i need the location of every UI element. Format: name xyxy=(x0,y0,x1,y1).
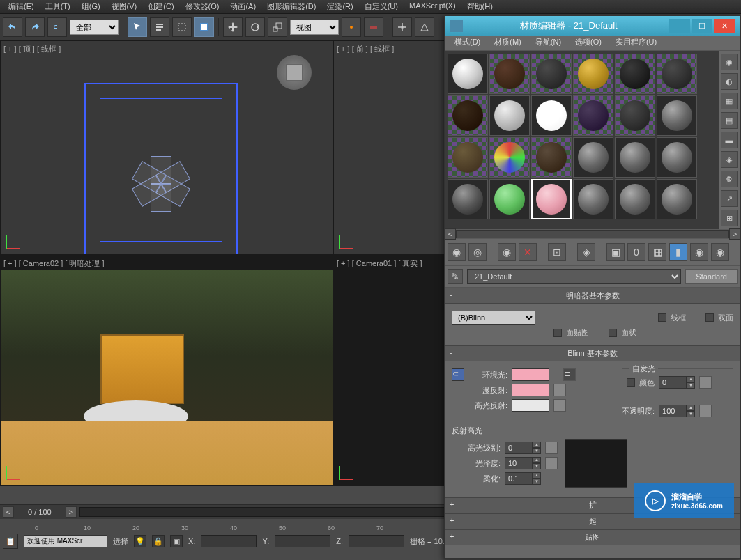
material-slot[interactable] xyxy=(489,137,530,178)
put-to-library-button[interactable]: ▣ xyxy=(606,243,625,261)
script-listener-button[interactable]: 📋 xyxy=(3,534,18,549)
select-by-material-button[interactable]: ↗ xyxy=(721,190,738,207)
viewcube[interactable] xyxy=(277,55,312,90)
make-preview-button[interactable]: ◈ xyxy=(721,151,738,168)
selfillum-map-button[interactable] xyxy=(699,376,712,389)
material-slot[interactable] xyxy=(615,54,655,94)
material-slot[interactable] xyxy=(573,137,613,178)
get-material-button[interactable]: ◉ xyxy=(448,243,466,261)
menu-customize[interactable]: 自定义(U) xyxy=(359,0,404,13)
material-slot[interactable] xyxy=(448,179,488,219)
material-slot[interactable] xyxy=(573,54,613,94)
move-button[interactable] xyxy=(223,17,243,37)
wireframe-checkbox[interactable] xyxy=(658,313,666,322)
isolate-button[interactable]: ▣ xyxy=(170,535,183,547)
video-check-button[interactable]: ▬ xyxy=(721,132,738,148)
select-by-name-button[interactable] xyxy=(150,17,169,37)
spinner-down[interactable]: ▼ xyxy=(533,479,541,485)
specular-level-input[interactable] xyxy=(505,442,533,454)
menu-rendering[interactable]: 渲染(R) xyxy=(321,0,358,13)
show-end-result-button[interactable]: ▮ xyxy=(669,243,687,261)
spinner-up[interactable]: ▲ xyxy=(533,472,541,479)
selfillum-value-input[interactable] xyxy=(659,376,687,389)
time-next-button[interactable]: > xyxy=(66,506,77,518)
spinner-up[interactable]: ▲ xyxy=(533,442,541,448)
mat-menu-utilities[interactable]: 实用程序(U) xyxy=(609,36,664,50)
mat-menu-modes[interactable]: 模式(D) xyxy=(448,36,487,50)
mat-menu-navigation[interactable]: 导航(N) xyxy=(528,36,568,50)
window-crossing-button[interactable] xyxy=(194,17,214,37)
viewport-camera01-label[interactable]: [ + ] [ Camera01 ] [ 真实 ] xyxy=(337,258,422,269)
material-slot[interactable] xyxy=(573,179,613,219)
spinner-down[interactable]: ▼ xyxy=(533,463,541,469)
material-slot[interactable] xyxy=(657,179,697,219)
backlight-button[interactable]: ◐ xyxy=(721,73,738,90)
scale-button[interactable] xyxy=(268,17,287,37)
menu-tools[interactable]: 工具(T) xyxy=(40,0,76,13)
blinn-rollout-header[interactable]: -Blinn 基本参数 xyxy=(445,345,740,361)
material-type-button[interactable]: Standard xyxy=(685,269,738,284)
menu-edit[interactable]: 编辑(E) xyxy=(3,0,40,13)
ambient-color-swatch[interactable] xyxy=(512,368,549,381)
viewport-top[interactable]: [ + ] [ 顶 ] [ 线框 ] xyxy=(0,40,333,255)
use-pivot-button[interactable] xyxy=(342,17,361,37)
link-button[interactable] xyxy=(47,17,67,37)
specular-level-map-button[interactable] xyxy=(545,442,558,454)
soften-input[interactable] xyxy=(505,472,533,485)
menu-modifiers[interactable]: 修改器(O) xyxy=(180,0,225,13)
spinner-up[interactable]: ▲ xyxy=(687,376,695,382)
material-slot[interactable] xyxy=(489,54,530,94)
menu-group[interactable]: 组(G) xyxy=(76,0,106,13)
faceted-checkbox[interactable] xyxy=(609,329,617,337)
reference-coord-dropdown[interactable]: 视图 xyxy=(290,20,339,35)
pick-material-button[interactable]: ✎ xyxy=(448,269,463,284)
material-map-navigator-button[interactable]: ⊞ xyxy=(721,210,738,226)
shader-rollout-header[interactable]: -明暗器基本参数 xyxy=(445,288,740,304)
facemap-checkbox[interactable] xyxy=(553,329,562,337)
menu-help[interactable]: 帮助(H) xyxy=(461,0,498,13)
material-slot[interactable] xyxy=(615,95,655,136)
spinner-up[interactable]: ▲ xyxy=(687,405,695,411)
spinner-up[interactable]: ▲ xyxy=(533,457,541,463)
minimize-button[interactable]: ─ xyxy=(669,19,690,33)
opacity-map-button[interactable] xyxy=(699,405,712,417)
mat-menu-options[interactable]: 选项(O) xyxy=(568,36,609,50)
sample-uv-button[interactable]: ▤ xyxy=(721,112,738,129)
maximize-button[interactable]: ☐ xyxy=(692,19,712,33)
undo-button[interactable] xyxy=(3,17,22,37)
selection-filter-dropdown[interactable]: 全部 xyxy=(70,20,119,35)
background-button[interactable]: ▦ xyxy=(721,93,738,109)
make-copy-button[interactable]: ⊡ xyxy=(548,243,566,261)
diffuse-map-button[interactable] xyxy=(553,384,566,396)
selfillum-color-checkbox[interactable] xyxy=(627,378,635,387)
spinner-down[interactable]: ▼ xyxy=(687,382,695,389)
time-prev-button[interactable]: < xyxy=(3,506,14,518)
z-coord-input[interactable] xyxy=(349,535,404,547)
ambient-diffuse-lock[interactable]: ⊏ xyxy=(563,368,576,381)
menu-maxscript[interactable]: MAXScript(X) xyxy=(404,0,461,13)
select-manipulate-button[interactable] xyxy=(364,17,383,37)
opacity-input[interactable] xyxy=(659,405,687,417)
sample-type-button[interactable]: ◉ xyxy=(721,54,738,70)
viewport-camera02-label[interactable]: [ + ] [ Camera02 ] [ 明暗处理 ] xyxy=(3,258,105,269)
rotate-button[interactable] xyxy=(245,17,265,37)
viewport-front-label[interactable]: [ + ] [ 前 ] [ 线框 ] xyxy=(337,44,394,54)
put-to-scene-button[interactable]: ◎ xyxy=(468,243,487,261)
material-id-button[interactable]: 0 xyxy=(627,243,645,261)
go-to-parent-button[interactable]: ◉ xyxy=(690,243,708,261)
ambient-lock-button[interactable]: ⊂ xyxy=(452,368,464,381)
angle-snap-button[interactable] xyxy=(415,17,434,37)
reset-map-button[interactable]: ✕ xyxy=(519,243,537,261)
material-slot[interactable] xyxy=(531,54,572,94)
material-slot[interactable] xyxy=(615,137,655,178)
material-slot[interactable] xyxy=(615,179,655,219)
material-slots-scrollbar[interactable]: < > xyxy=(445,229,740,239)
material-slot[interactable] xyxy=(657,137,697,178)
lock-button[interactable]: 🔒 xyxy=(152,535,165,547)
material-slot[interactable] xyxy=(489,179,530,219)
menu-create[interactable]: 创建(C) xyxy=(142,0,179,13)
material-slot[interactable] xyxy=(657,54,697,94)
menu-views[interactable]: 视图(V) xyxy=(106,0,143,13)
assign-to-selection-button[interactable]: ◉ xyxy=(498,243,516,261)
options-button[interactable]: ⚙ xyxy=(721,171,738,187)
